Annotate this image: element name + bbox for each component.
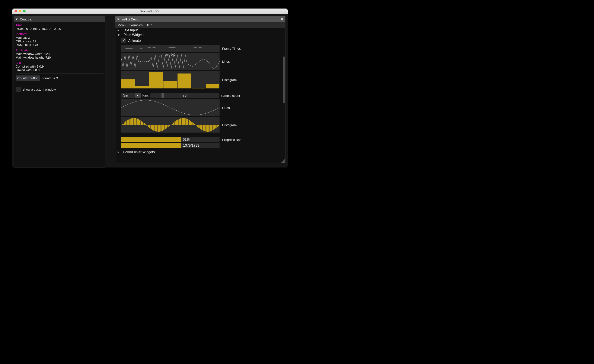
sdl-label: SDL <box>16 61 103 65</box>
sin-histogram-label: Histogram <box>222 123 237 127</box>
svg-rect-27 <box>149 125 150 128</box>
counter-button[interactable]: Counter button <box>16 75 40 81</box>
time-value: 26.05.2019 16:17:10.322 +0200 <box>16 27 103 31</box>
svg-rect-32 <box>156 125 157 131</box>
svg-rect-60 <box>196 125 197 125</box>
platform-os: Mac OS X <box>16 36 103 39</box>
close-icon[interactable]: ✕ <box>280 17 284 21</box>
svg-rect-33 <box>158 125 159 132</box>
svg-rect-22 <box>142 122 143 125</box>
svg-rect-73 <box>214 125 215 129</box>
resize-grip[interactable] <box>281 159 285 162</box>
text-input-label: Text Input <box>123 28 138 32</box>
progress-label: Progress Bar <box>222 138 241 142</box>
controls-titlebar[interactable]: Controls <box>14 16 105 22</box>
svg-rect-74 <box>215 125 216 128</box>
progress-ratio: 1075/1753 <box>183 144 199 148</box>
svg-rect-21 <box>141 121 142 125</box>
expand-icon <box>118 29 119 31</box>
svg-rect-40 <box>168 125 169 127</box>
svg-rect-9 <box>124 123 125 125</box>
window-width: Main window width: 1280 <box>16 52 103 56</box>
func-combo[interactable]: Sin <box>121 93 141 98</box>
close-button[interactable] <box>14 10 17 12</box>
animate-checkbox[interactable] <box>121 38 126 43</box>
frame-times-label: Frame Times <box>222 47 241 50</box>
svg-rect-17 <box>135 118 136 125</box>
svg-rect-52 <box>184 118 186 125</box>
os-window: Dear ImGui SDL Controls Time 26.05.2019 … <box>12 8 288 168</box>
svg-rect-24 <box>145 124 146 125</box>
svg-rect-25 <box>146 125 148 125</box>
controls-body: Time 26.05.2019 16:17:10.322 +0200 Platf… <box>14 22 105 93</box>
slider-handle[interactable] <box>162 93 164 98</box>
svg-rect-8 <box>122 124 124 125</box>
svg-rect-5 <box>192 88 205 88</box>
svg-rect-28 <box>151 125 152 129</box>
ram: RAM: 16.00 GB <box>16 43 103 47</box>
separator <box>121 91 282 91</box>
svg-rect-71 <box>211 125 212 131</box>
frame-times-plot <box>121 45 220 52</box>
svg-rect-61 <box>197 125 198 127</box>
collapse-icon[interactable] <box>117 19 119 20</box>
sample-count-slider[interactable]: 70 <box>150 93 219 98</box>
histogram-label: Histogram <box>222 78 237 82</box>
separator <box>16 73 103 74</box>
svg-rect-3 <box>163 81 177 88</box>
menu-help[interactable]: Help <box>146 23 152 27</box>
svg-rect-75 <box>217 125 218 127</box>
svg-rect-54 <box>187 119 189 125</box>
text-input-node[interactable]: Text Input <box>115 28 285 32</box>
svg-rect-26 <box>148 125 149 127</box>
color-picker-node[interactable]: Color/Picker Widgets <box>115 150 285 155</box>
expand-icon <box>118 151 119 153</box>
svg-rect-30 <box>153 125 155 131</box>
menu-menu[interactable]: Menu <box>118 23 126 27</box>
svg-rect-65 <box>203 125 204 131</box>
svg-rect-23 <box>144 123 145 125</box>
svg-rect-46 <box>176 120 177 125</box>
traffic-lights <box>12 10 26 12</box>
svg-rect-57 <box>191 122 193 125</box>
collapse-icon[interactable] <box>16 19 18 20</box>
controls-title: Controls <box>20 18 32 21</box>
svg-rect-34 <box>159 125 160 132</box>
svg-rect-39 <box>166 125 167 128</box>
svg-rect-53 <box>186 119 187 125</box>
collapse-icon <box>118 34 120 36</box>
svg-rect-63 <box>200 125 201 129</box>
svg-rect-10 <box>125 122 127 125</box>
demo-title: ImGui Demo <box>122 18 139 21</box>
scrollbar[interactable] <box>283 57 285 103</box>
svg-rect-41 <box>169 125 170 126</box>
demo-titlebar[interactable]: ImGui Demo ✕ <box>115 16 285 22</box>
plots-widgets-node[interactable]: Plots Widgets <box>115 32 285 37</box>
minimize-button[interactable] <box>19 10 21 12</box>
application-label: Application <box>16 48 103 52</box>
svg-rect-64 <box>201 125 202 130</box>
maximize-button[interactable] <box>23 10 26 12</box>
progress-fill <box>121 137 181 142</box>
custom-window-checkbox[interactable] <box>16 87 21 92</box>
svg-rect-48 <box>179 119 180 125</box>
workspace: Controls Time 26.05.2019 16:17:10.322 +0… <box>12 14 288 168</box>
sdl-compiled: Compiled with 2.0.9 <box>16 65 103 68</box>
os-titlebar[interactable]: Dear ImGui SDL <box>12 8 288 14</box>
sdl-linked: Linked with 2.0.9 <box>16 68 103 72</box>
svg-rect-16 <box>134 118 135 125</box>
sin-histogram-plot <box>121 117 220 133</box>
func-value: Sin <box>121 94 135 98</box>
demo-body: Text Input Plots Widgets Animate <box>115 28 285 162</box>
svg-rect-70 <box>210 125 211 131</box>
svg-rect-20 <box>139 120 141 125</box>
svg-rect-69 <box>208 125 209 132</box>
svg-rect-14 <box>131 118 132 125</box>
menu-examples[interactable]: Examples <box>129 23 143 27</box>
demo-menubar: Menu Examples Help <box>115 22 285 28</box>
svg-rect-76 <box>218 125 219 126</box>
svg-rect-58 <box>193 123 194 125</box>
svg-rect-18 <box>136 119 138 125</box>
svg-rect-6 <box>206 84 219 89</box>
sample-count-label: Sample count <box>220 94 240 98</box>
